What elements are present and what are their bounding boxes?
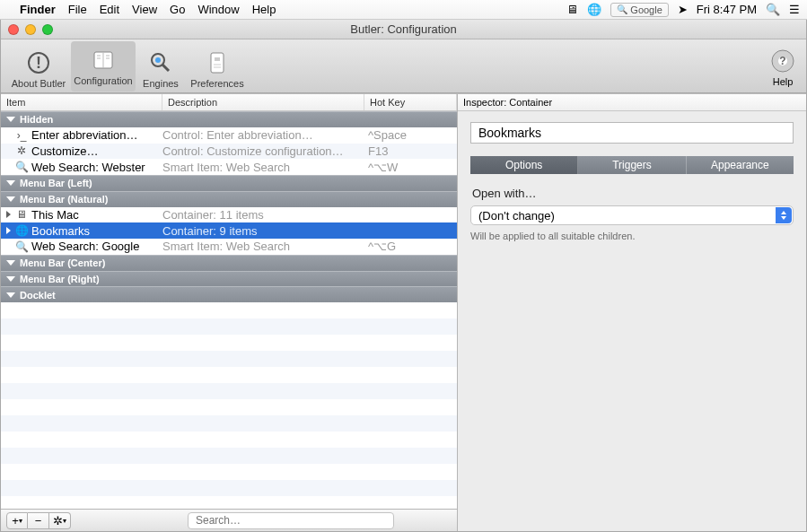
menu-view[interactable]: View bbox=[132, 3, 157, 16]
row-enter-abbreviation[interactable]: ›_Enter abbreviation… Control: Enter abb… bbox=[1, 127, 457, 144]
menu-window[interactable]: Window bbox=[197, 3, 239, 16]
help-button[interactable]: ? Help bbox=[765, 46, 801, 87]
disclosure-icon[interactable] bbox=[6, 211, 11, 218]
gear-icon: ✲ bbox=[15, 144, 28, 157]
window-title: Butler: Configuration bbox=[350, 22, 457, 36]
display-icon[interactable]: 🖥 bbox=[566, 3, 578, 16]
remove-button[interactable]: − bbox=[28, 512, 49, 529]
notification-center-icon[interactable]: ☰ bbox=[789, 3, 800, 16]
menu-edit[interactable]: Edit bbox=[100, 3, 119, 16]
menubar-search[interactable]: 🔍Google bbox=[610, 3, 668, 17]
row-this-mac[interactable]: 🖥This Mac Container: 11 items bbox=[1, 207, 457, 223]
menu-help[interactable]: Help bbox=[252, 3, 276, 16]
group-menubar-left[interactable]: Menu Bar (Left) bbox=[1, 175, 457, 191]
close-button[interactable] bbox=[8, 24, 19, 35]
disclosure-icon[interactable] bbox=[6, 227, 11, 234]
svg-text:?: ? bbox=[779, 55, 785, 67]
search-icon: 🔍 bbox=[15, 161, 28, 173]
column-headers: Item Description Hot Key bbox=[1, 94, 457, 111]
abbrev-icon: ›_ bbox=[15, 129, 28, 142]
open-with-hint: Will be applied to all suitable children… bbox=[470, 231, 794, 241]
zoom-button[interactable] bbox=[42, 24, 53, 35]
row-webster[interactable]: 🔍Web Search: Webster Smart Item: Web Sea… bbox=[1, 159, 457, 175]
globe-icon: 🌐 bbox=[15, 224, 28, 237]
search-input[interactable] bbox=[188, 512, 394, 529]
globe-icon[interactable]: 🌐 bbox=[587, 3, 601, 16]
inspector-pane: Inspector: Container Options Triggers Ap… bbox=[458, 94, 806, 531]
row-customize[interactable]: ✲Customize… Control: Customize configura… bbox=[1, 144, 457, 160]
column-item[interactable]: Item bbox=[1, 94, 162, 110]
row-bookmarks[interactable]: 🌐Bookmarks Container: 9 items bbox=[1, 222, 457, 239]
svg-rect-12 bbox=[215, 57, 220, 61]
cursor-icon[interactable]: ➤ bbox=[678, 3, 688, 16]
group-docklet[interactable]: Docklet bbox=[1, 286, 457, 302]
inspector-tabs: Options Triggers Appearance bbox=[470, 156, 794, 174]
minimize-button[interactable] bbox=[25, 24, 36, 35]
action-button[interactable]: ✲▾ bbox=[49, 512, 71, 529]
butler-window: Butler: Configuration ! About Butler Con… bbox=[0, 20, 807, 532]
open-with-label: Open with… bbox=[472, 187, 794, 200]
row-google[interactable]: 🔍Web Search: Google Smart Item: Web Sear… bbox=[1, 239, 457, 255]
svg-line-9 bbox=[162, 65, 169, 71]
configuration-tree-pane: Item Description Hot Key Hidden ›_Enter … bbox=[1, 94, 458, 531]
bottom-toolbar: +▾ − ✲▾ bbox=[1, 509, 457, 531]
group-menubar-natural[interactable]: Menu Bar (Natural) bbox=[1, 191, 457, 207]
configuration-button[interactable]: Configuration bbox=[71, 41, 136, 92]
menu-go[interactable]: Go bbox=[170, 3, 185, 16]
about-butler-button[interactable]: ! About Butler bbox=[6, 44, 71, 89]
open-with-select[interactable]: (Don't change) bbox=[470, 205, 794, 225]
group-menubar-right[interactable]: Menu Bar (Right) bbox=[1, 271, 457, 287]
svg-point-10 bbox=[155, 57, 161, 63]
system-menubar: Finder File Edit View Go Window Help 🖥 🌐… bbox=[0, 0, 807, 20]
tab-triggers[interactable]: Triggers bbox=[578, 156, 686, 174]
group-menubar-center[interactable]: Menu Bar (Center) bbox=[1, 255, 457, 271]
container-name-input[interactable] bbox=[470, 122, 794, 144]
clock[interactable]: Fri 8:47 PM bbox=[697, 3, 757, 16]
column-description[interactable]: Description bbox=[162, 94, 364, 110]
search-icon: 🔍 bbox=[15, 240, 28, 253]
configuration-tree[interactable]: Hidden ›_Enter abbreviation… Control: En… bbox=[1, 111, 457, 509]
svg-rect-11 bbox=[211, 53, 224, 73]
tab-appearance[interactable]: Appearance bbox=[687, 156, 794, 174]
toolbar: ! About Butler Configuration Engines Pre… bbox=[1, 39, 806, 93]
engines-button[interactable]: Engines bbox=[136, 44, 186, 89]
svg-text:!: ! bbox=[36, 54, 41, 72]
preferences-button[interactable]: Preferences bbox=[186, 44, 249, 89]
tab-options[interactable]: Options bbox=[470, 156, 578, 174]
empty-rows bbox=[1, 302, 457, 509]
column-hotkey[interactable]: Hot Key bbox=[364, 94, 457, 110]
menu-file[interactable]: File bbox=[68, 3, 87, 16]
add-button[interactable]: +▾ bbox=[6, 512, 28, 529]
app-menu[interactable]: Finder bbox=[20, 3, 56, 16]
monitor-icon: 🖥 bbox=[15, 208, 28, 221]
group-hidden[interactable]: Hidden bbox=[1, 111, 457, 127]
titlebar: Butler: Configuration bbox=[1, 20, 806, 39]
select-arrows-icon bbox=[776, 207, 792, 223]
spotlight-icon[interactable]: 🔍 bbox=[766, 3, 780, 16]
inspector-header: Inspector: Container bbox=[458, 94, 806, 111]
